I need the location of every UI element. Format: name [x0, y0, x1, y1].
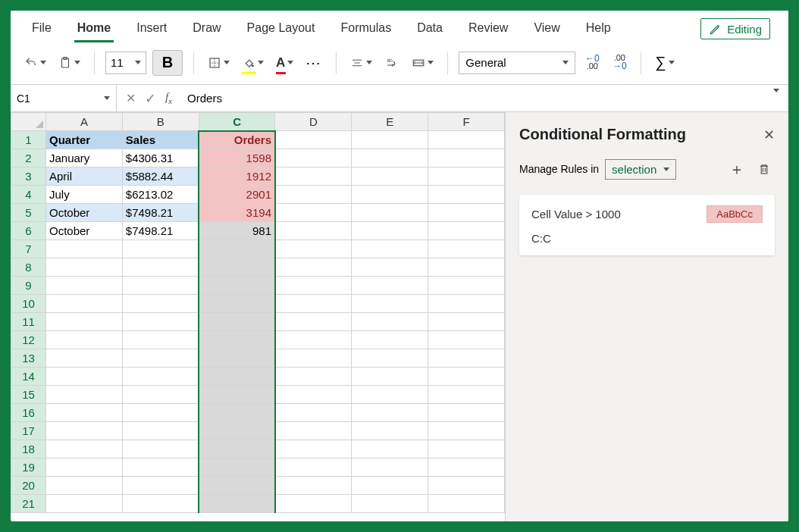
cell-A9[interactable] — [46, 277, 123, 295]
row-header-12[interactable]: 12 — [11, 331, 46, 349]
fx-icon[interactable]: fx — [165, 91, 172, 105]
font-size-select[interactable]: 11 — [105, 52, 146, 74]
col-header-D[interactable]: D — [275, 113, 352, 131]
cell-F4[interactable] — [428, 186, 505, 204]
cell-F11[interactable] — [428, 313, 505, 331]
cell-A6[interactable]: October — [46, 222, 123, 240]
tab-home[interactable]: Home — [74, 15, 114, 42]
cell-D9[interactable] — [275, 277, 352, 295]
cell-F8[interactable] — [428, 258, 505, 277]
cell-E17[interactable] — [352, 422, 428, 440]
row-header-11[interactable]: 11 — [11, 313, 46, 331]
cell-A12[interactable] — [46, 331, 123, 349]
number-format-select[interactable]: General — [459, 52, 575, 74]
cell-D18[interactable] — [275, 440, 352, 458]
cell-D4[interactable] — [275, 186, 352, 204]
cell-F13[interactable] — [428, 349, 505, 368]
cell-D12[interactable] — [275, 331, 352, 349]
editing-mode-button[interactable]: Editing — [700, 18, 770, 39]
cell-D2[interactable] — [275, 149, 352, 167]
cancel-formula-icon[interactable]: ✕ — [126, 91, 136, 105]
bold-button[interactable]: B — [152, 50, 183, 76]
row-header-1[interactable]: 1 — [11, 131, 46, 149]
col-header-E[interactable]: E — [352, 113, 428, 131]
select-all-corner[interactable] — [11, 113, 46, 131]
merge-button[interactable] — [409, 50, 437, 76]
row-header-14[interactable]: 14 — [11, 368, 46, 386]
cell-E1[interactable] — [352, 131, 428, 149]
more-formatting-button[interactable]: ⋯ — [302, 50, 325, 76]
cell-B4[interactable]: $6213.02 — [122, 186, 199, 204]
cell-F15[interactable] — [428, 386, 505, 404]
cell-C13[interactable] — [199, 349, 275, 368]
cell-D14[interactable] — [275, 368, 352, 386]
rule-card[interactable]: Cell Value > 1000 AaBbCc C:C — [519, 195, 775, 255]
cell-B12[interactable] — [122, 331, 199, 349]
cell-B16[interactable] — [122, 404, 199, 422]
row-header-13[interactable]: 13 — [11, 349, 46, 368]
align-button[interactable] — [347, 50, 375, 76]
cell-D20[interactable] — [275, 477, 352, 495]
cell-B15[interactable] — [122, 386, 199, 404]
col-header-B[interactable]: B — [122, 113, 199, 131]
formula-input[interactable] — [181, 85, 762, 111]
cell-C3[interactable]: 1912 — [199, 167, 275, 186]
cell-A3[interactable]: April — [46, 167, 123, 186]
cell-E13[interactable] — [352, 349, 428, 368]
cell-B19[interactable] — [122, 458, 199, 477]
row-header-7[interactable]: 7 — [11, 240, 46, 258]
cell-D5[interactable] — [275, 204, 352, 222]
cell-D3[interactable] — [275, 167, 352, 186]
cell-B8[interactable] — [122, 258, 199, 277]
row-header-20[interactable]: 20 — [11, 477, 46, 495]
col-header-F[interactable]: F — [428, 113, 505, 131]
cell-C9[interactable] — [199, 277, 275, 295]
cell-C19[interactable] — [199, 458, 275, 477]
cell-B5[interactable]: $7498.21 — [122, 204, 199, 222]
fill-color-button[interactable] — [239, 50, 267, 76]
cell-E16[interactable] — [352, 404, 428, 422]
cell-E18[interactable] — [352, 440, 428, 458]
decrease-decimal-button[interactable]: ←0 .00 — [581, 50, 603, 76]
cell-C16[interactable] — [199, 404, 275, 422]
cell-A2[interactable]: January — [46, 149, 123, 167]
cell-F2[interactable] — [428, 149, 505, 167]
cell-A4[interactable]: July — [46, 186, 123, 204]
cell-C7[interactable] — [199, 240, 275, 258]
cell-D6[interactable] — [275, 222, 352, 240]
cell-D7[interactable] — [275, 240, 352, 258]
cell-E14[interactable] — [352, 368, 428, 386]
cell-A15[interactable] — [46, 386, 123, 404]
cell-A14[interactable] — [46, 368, 123, 386]
cell-F17[interactable] — [428, 422, 505, 440]
cell-B10[interactable] — [122, 295, 199, 313]
cell-C8[interactable] — [199, 258, 275, 277]
tab-help[interactable]: Help — [583, 15, 614, 42]
cell-A11[interactable] — [46, 313, 123, 331]
row-header-18[interactable]: 18 — [11, 440, 46, 458]
row-header-2[interactable]: 2 — [11, 149, 46, 167]
cell-B2[interactable]: $4306.31 — [122, 149, 199, 167]
cell-A8[interactable] — [46, 258, 123, 277]
tab-file[interactable]: File — [29, 15, 55, 42]
tab-formulas[interactable]: Formulas — [337, 15, 394, 42]
cell-F5[interactable] — [428, 204, 505, 222]
row-header-15[interactable]: 15 — [11, 386, 46, 404]
row-header-9[interactable]: 9 — [11, 277, 46, 295]
cell-A10[interactable] — [46, 295, 123, 313]
cell-D8[interactable] — [275, 258, 352, 277]
autosum-button[interactable]: ∑ — [652, 50, 677, 76]
cell-A17[interactable] — [46, 422, 123, 440]
rules-scope-select[interactable]: selection — [605, 159, 676, 180]
increase-decimal-button[interactable]: .00 →0 — [609, 50, 630, 76]
cell-A5[interactable]: October — [46, 204, 123, 222]
cell-E20[interactable] — [352, 477, 428, 495]
cell-E2[interactable] — [352, 149, 428, 167]
cell-E3[interactable] — [352, 167, 428, 186]
cell-A1[interactable]: Quarter — [46, 131, 123, 149]
cell-D15[interactable] — [275, 386, 352, 404]
row-header-5[interactable]: 5 — [11, 204, 46, 222]
cell-E6[interactable] — [352, 222, 428, 240]
cell-F1[interactable] — [428, 131, 505, 149]
cell-C11[interactable] — [199, 313, 275, 331]
